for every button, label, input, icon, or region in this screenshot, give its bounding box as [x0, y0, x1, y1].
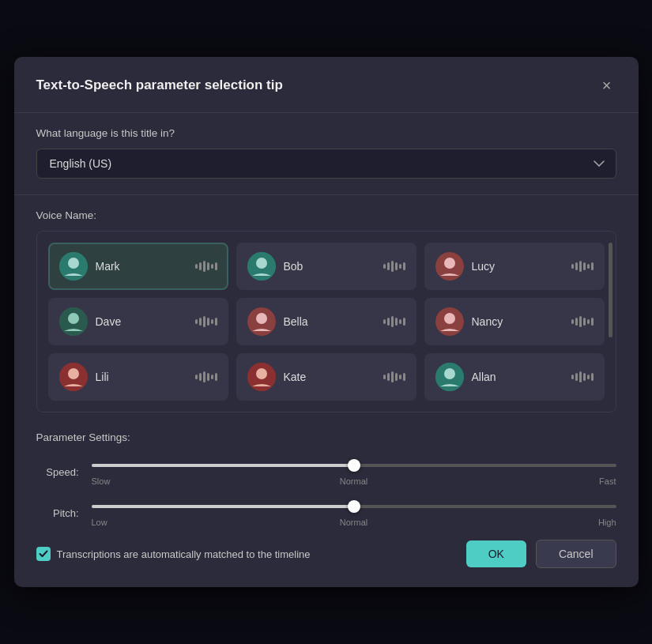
speed-slider-wrapper [92, 458, 616, 473]
voice-card-bob[interactable]: Bob [236, 243, 416, 290]
tts-dialog: Text-to-Speech parameter selection tip ×… [14, 57, 639, 587]
speed-slider-fill [92, 464, 354, 467]
scrollbar-track[interactable] [609, 243, 612, 401]
close-button[interactable]: × [597, 76, 616, 95]
checkbox-wrap: Transcriptions are automatically matched… [36, 547, 457, 561]
svg-point-13 [68, 368, 79, 379]
language-question: What language is this title in? [36, 127, 616, 139]
wave-icon-bob [383, 261, 405, 272]
avatar-mark [59, 252, 88, 281]
auto-match-checkbox[interactable] [36, 547, 51, 561]
voice-name-kate: Kate [284, 371, 375, 383]
divider [14, 112, 639, 113]
speed-slider-container: Slow Normal Fast [92, 458, 616, 486]
avatar-allan [435, 363, 464, 391]
voice-grid-wrapper: Mark Bob [36, 231, 616, 412]
pitch-low-label: Low [92, 518, 107, 527]
svg-point-1 [68, 258, 79, 269]
svg-point-9 [256, 313, 267, 324]
wave-icon-lucy [571, 261, 594, 272]
voice-name-allan: Allan [472, 371, 563, 383]
divider2 [14, 194, 639, 195]
pitch-slider-track [92, 505, 616, 508]
svg-point-7 [68, 313, 79, 324]
voice-name-label: Voice Name: [36, 209, 616, 221]
voice-name-mark: Mark [96, 260, 187, 273]
avatar-bob [247, 252, 276, 281]
dialog-footer: Transcriptions are automatically matched… [36, 540, 616, 568]
checkbox-label: Transcriptions are automatically matched… [57, 548, 311, 560]
voice-name-nancy: Nancy [472, 315, 563, 328]
wave-icon-bella [383, 316, 405, 327]
avatar-nancy [435, 307, 464, 336]
speed-slider-track [92, 464, 616, 467]
speed-slider-thumb[interactable] [348, 459, 360, 472]
avatar-lucy [435, 252, 464, 281]
voice-card-mark[interactable]: Mark [48, 243, 228, 290]
pitch-slider-container: Low Normal High [92, 499, 616, 527]
svg-point-15 [256, 368, 267, 379]
pitch-high-label: High [598, 518, 616, 527]
voice-name-bob: Bob [284, 260, 375, 273]
wave-icon-dave [195, 316, 217, 327]
avatar-bella [247, 307, 276, 336]
svg-point-5 [444, 258, 455, 269]
voice-card-dave[interactable]: Dave [48, 298, 228, 345]
avatar-kate [247, 363, 276, 391]
avatar-dave [59, 307, 88, 336]
pitch-slider-fill [92, 505, 354, 508]
speed-fast-label: Fast [599, 476, 616, 486]
voice-name-lucy: Lucy [472, 260, 563, 273]
wave-icon-kate [383, 371, 405, 382]
pitch-labels: Low Normal High [92, 514, 616, 527]
wave-icon-nancy [571, 316, 594, 327]
svg-point-11 [444, 313, 455, 324]
pitch-normal-label: Normal [340, 518, 367, 527]
ok-button[interactable]: OK [466, 540, 526, 567]
voice-card-lili[interactable]: Lili [48, 353, 228, 401]
scrollbar-thumb [609, 243, 612, 337]
pitch-label: Pitch: [36, 507, 92, 519]
dialog-header: Text-to-Speech parameter selection tip × [36, 76, 616, 95]
voice-card-kate[interactable]: Kate [236, 353, 416, 401]
voice-card-lucy[interactable]: Lucy [424, 243, 605, 290]
dialog-title: Text-to-Speech parameter selection tip [36, 77, 283, 93]
speed-normal-label: Normal [340, 476, 367, 486]
voice-name-dave: Dave [96, 315, 187, 328]
avatar-lili [59, 363, 88, 391]
cancel-button[interactable]: Cancel [536, 540, 616, 568]
param-settings-label: Parameter Settings: [36, 431, 616, 443]
svg-point-3 [256, 258, 267, 269]
wave-icon-lili [195, 371, 217, 382]
speed-labels: Slow Normal Fast [92, 473, 616, 486]
speed-slow-label: Slow [92, 476, 111, 486]
voice-grid: Mark Bob [48, 243, 605, 401]
wave-icon-allan [571, 371, 594, 382]
voice-card-bella[interactable]: Bella [236, 298, 416, 345]
language-select[interactable]: English (US) English (UK) Spanish French… [36, 149, 616, 179]
voice-name-bella: Bella [284, 315, 375, 328]
pitch-slider-thumb[interactable] [348, 500, 360, 513]
speed-row: Speed: Slow Normal Fast [36, 458, 616, 486]
voice-card-allan[interactable]: Allan [424, 353, 605, 401]
voice-card-nancy[interactable]: Nancy [424, 298, 605, 345]
pitch-slider-wrapper [92, 499, 616, 514]
svg-point-17 [444, 368, 455, 379]
pitch-row: Pitch: Low Normal High [36, 499, 616, 527]
speed-label: Speed: [36, 466, 92, 478]
voice-name-lili: Lili [96, 371, 187, 383]
wave-icon-mark [195, 261, 217, 272]
